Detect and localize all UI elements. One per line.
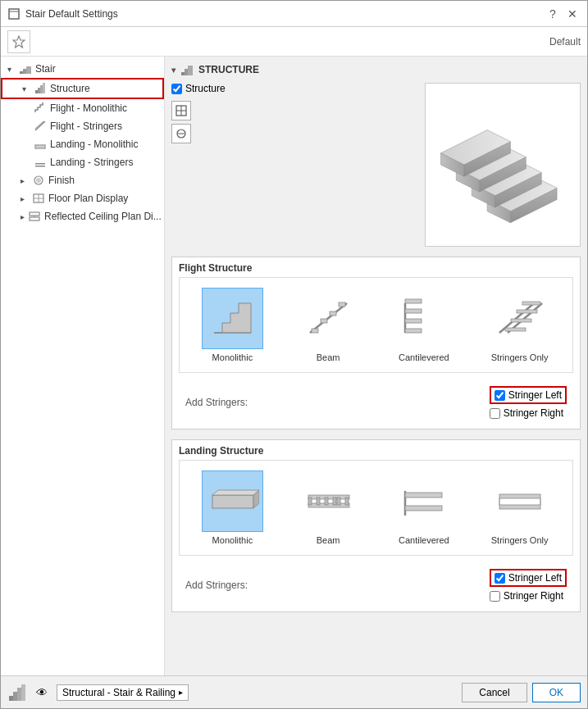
stair-expand-arrow: ▾ [7, 65, 16, 74]
landing-structure-section: Landing Structure Monolithic [171, 439, 581, 612]
dropdown-chevron-icon: ▸ [179, 688, 183, 697]
flight-monolithic-label: Flight - Monolithic [50, 102, 127, 114]
flight-option-stringers-only[interactable]: Stringers Only [473, 284, 566, 366]
flight-option-beam[interactable]: Beam [282, 284, 375, 366]
svg-rect-22 [181, 72, 185, 75]
svg-marker-42 [214, 303, 251, 333]
flight-option-monolithic[interactable]: Monolithic [186, 284, 279, 366]
landing-stringer-left-row: Stringer Left [490, 569, 567, 587]
svg-rect-78 [21, 684, 25, 701]
svg-rect-77 [17, 688, 21, 701]
icon-button-2[interactable] [171, 124, 191, 143]
landing-monolithic-img [202, 470, 263, 532]
section-header: ▾ STRUCTURE [171, 63, 581, 76]
svg-rect-60 [308, 495, 349, 499]
landing-stringer-checkboxes: Stringer Left Stringer Right [490, 569, 567, 602]
svg-rect-9 [43, 83, 45, 93]
landing-monolithic-label-display: Monolithic [212, 535, 253, 545]
favorites-button[interactable] [7, 30, 30, 53]
structure-label: Structure [50, 83, 90, 94]
flight-stringers-label: Flight - Stringers [50, 120, 122, 132]
right-panel: ▾ STRUCTURE Structure [165, 57, 587, 675]
svg-rect-65 [325, 498, 328, 505]
view-dropdown-label: Structural - Stair & Railing [62, 687, 175, 698]
title-bar-left: Stair Default Settings [7, 7, 118, 20]
flight-add-stringers-label: Add Stringers: [185, 397, 259, 408]
tree-item-flight-monolithic[interactable]: Flight - Monolithic [1, 99, 164, 117]
svg-rect-47 [339, 302, 345, 307]
stair-label: Stair [35, 63, 56, 75]
finish-expand-arrow: ▸ [21, 176, 29, 185]
finish-icon [32, 174, 45, 187]
icon-button-1[interactable] [171, 101, 191, 120]
svg-rect-63 [345, 498, 349, 505]
tree-item-finish[interactable]: ▸ Finish [1, 171, 164, 189]
main-content: ▾ Stair ▾ [1, 57, 587, 675]
flight-stringer-right-row: Stringer Right [490, 407, 567, 419]
flight-cantilevered-label-display: Cantilevered [399, 352, 449, 362]
cancel-button[interactable]: Cancel [462, 683, 526, 702]
flight-beam-label-display: Beam [317, 352, 340, 362]
svg-marker-2 [13, 36, 25, 48]
structure-checkbox-label: Structure [185, 83, 226, 94]
tree-item-flight-stringers[interactable]: Flight - Stringers [1, 117, 164, 135]
stair-3d-preview [425, 83, 581, 247]
svg-rect-76 [13, 692, 17, 701]
flight-add-stringers-container: Add Stringers: Stringer Left Stringer Ri… [172, 379, 580, 429]
landing-beam-label-display: Beam [317, 535, 340, 545]
default-button[interactable]: Default [549, 36, 581, 48]
flight-stringers-icon [34, 120, 47, 133]
landing-option-cantilevered[interactable]: Cantilevered [378, 467, 471, 548]
svg-rect-7 [38, 88, 40, 93]
landing-stringers-only-img [489, 470, 550, 532]
close-button[interactable]: ✕ [564, 6, 581, 22]
flight-stringer-checkboxes: Stringer Left Stringer Right [490, 386, 567, 419]
svg-rect-70 [405, 506, 442, 511]
tree-item-structure[interactable]: ▾ Structure [1, 78, 164, 99]
svg-rect-52 [405, 299, 422, 303]
tree-item-landing-stringers[interactable]: Landing - Stringers [1, 153, 164, 171]
landing-stringer-right-checkbox[interactable] [490, 591, 500, 602]
section-header-icon [180, 63, 194, 76]
flight-monolithic-label-display: Monolithic [212, 352, 253, 362]
help-button[interactable]: ? [545, 6, 561, 22]
landing-option-monolithic[interactable]: Monolithic [186, 467, 279, 548]
flight-monolithic-img [202, 288, 263, 349]
landing-stringers-row: Add Stringers: Stringer Left Stringer Ri… [179, 566, 573, 605]
svg-rect-51 [405, 309, 422, 313]
tree-item-stair[interactable]: ▾ Stair [1, 60, 164, 78]
flight-stringer-right-checkbox[interactable] [490, 408, 500, 419]
svg-rect-72 [499, 505, 540, 509]
svg-rect-46 [330, 311, 336, 316]
tree-item-reflected[interactable]: ▸ Reflected Ceiling Plan Di... [1, 207, 164, 225]
structure-checkbox-row: Structure [171, 83, 418, 94]
svg-rect-23 [185, 69, 188, 75]
landing-option-stringers-only[interactable]: Stringers Only [473, 467, 566, 548]
flight-cantilevered-img [393, 288, 454, 349]
tree-item-landing-monolithic[interactable]: Landing - Monolithic [1, 135, 164, 153]
structure-checkbox[interactable] [171, 84, 182, 94]
svg-rect-19 [30, 212, 39, 216]
flight-option-cantilevered[interactable]: Cantilevered [378, 284, 471, 366]
landing-add-stringers-label: Add Stringers: [185, 579, 259, 591]
ok-button[interactable]: OK [532, 683, 581, 702]
structure-icon [34, 82, 47, 95]
landing-cantilevered-img [393, 470, 454, 532]
svg-rect-44 [312, 329, 318, 333]
svg-marker-59 [212, 490, 259, 495]
bottom-stair-icon [7, 683, 27, 702]
view-dropdown[interactable]: Structural - Stair & Railing ▸ [57, 684, 189, 701]
svg-rect-57 [212, 495, 253, 508]
svg-rect-13 [35, 166, 45, 167]
section-title: STRUCTURE [198, 64, 259, 75]
landing-option-beam[interactable]: Beam [282, 467, 375, 548]
landing-stringer-left-checkbox[interactable] [495, 573, 505, 584]
tree-item-floor-plan[interactable]: ▸ Floor Plan Display [1, 189, 164, 207]
flight-stringers-only-label-display: Stringers Only [491, 352, 549, 362]
svg-rect-0 [9, 9, 19, 19]
landing-stringer-right-label: Stringer Right [504, 590, 563, 602]
stair-icon [19, 62, 32, 75]
svg-rect-49 [405, 329, 422, 333]
flight-stringer-left-checkbox[interactable] [495, 390, 505, 401]
svg-rect-56 [522, 302, 540, 305]
